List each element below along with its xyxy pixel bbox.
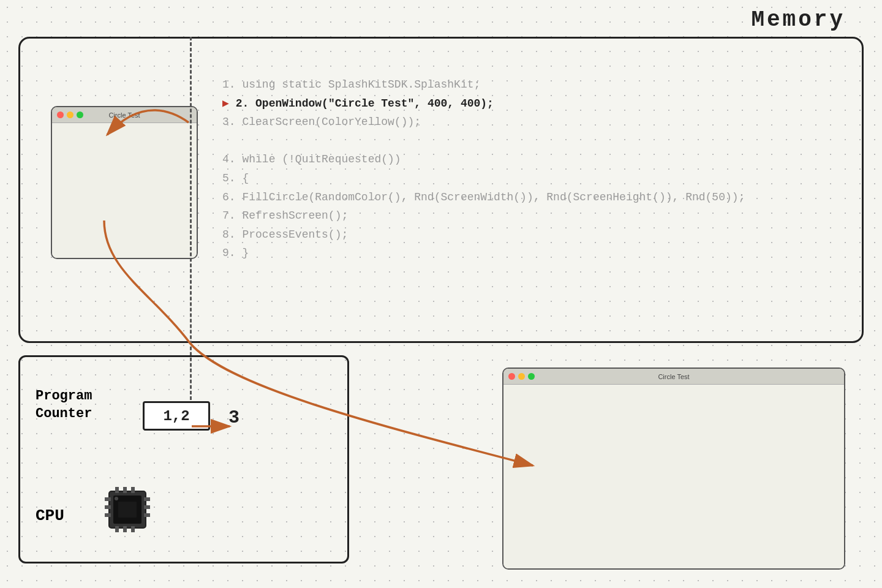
mac-minimize-btn-bottom[interactable] [518, 373, 525, 380]
counter-value: 1,2 [163, 408, 189, 424]
svg-rect-11 [144, 497, 150, 501]
code-line-blank [222, 132, 831, 151]
code-line-9: 9. } [222, 244, 831, 263]
cpu-chip-icon [100, 482, 155, 537]
code-area: 1. using static SplashKitSDK.SplashKit; … [222, 75, 831, 263]
line-num-3: 3. [222, 116, 236, 128]
code-line-7: 7. RefreshScreen(); [222, 206, 831, 225]
cpu-box: ProgramCounter 1,2 3 CPU [18, 355, 349, 564]
program-counter-label: ProgramCounter [36, 388, 92, 423]
line-text-3: ClearScreen(ColorYellow()); [242, 116, 421, 128]
cpu-label: CPU [36, 507, 64, 525]
svg-rect-4 [131, 487, 135, 493]
mac-titlebar-bottom: Circle Test [503, 369, 844, 385]
code-line-2: ▶ 2. OpenWindow("Circle Test", 400, 400)… [222, 94, 831, 113]
code-line-8: 8. ProcessEvents(); [222, 225, 831, 244]
memory-title: Memory [751, 7, 845, 32]
svg-rect-3 [123, 487, 127, 493]
line-text-6: FillCircle(RandomColor(), Rnd(ScreenWidt… [242, 191, 745, 203]
line-num-2: 2. [236, 97, 249, 110]
code-line-3: 3. ClearScreen(ColorYellow()); [222, 113, 831, 132]
mac-titlebar-top: Circle Test [52, 107, 197, 123]
line-text-8: ProcessEvents(); [242, 228, 348, 241]
svg-rect-15 [118, 502, 137, 518]
code-panel: Circle Test 1. using static SplashKitSDK… [18, 37, 864, 343]
counter-box: 1,2 [143, 401, 210, 431]
line-num-1: 1. [222, 78, 236, 91]
mac-maximize-btn[interactable] [77, 111, 83, 118]
code-line-4: 4. while (!QuitRequested()) [222, 150, 831, 169]
svg-rect-8 [105, 497, 111, 501]
line-text-1: using static SplashKitSDK.SplashKit; [242, 78, 480, 91]
line-text-2: OpenWindow("Circle Test", 400, 400); [255, 97, 494, 110]
counter-next: 3 [228, 407, 239, 428]
svg-point-14 [115, 497, 118, 500]
line-num-9: 9. [222, 247, 236, 259]
line-num-8: 8. [222, 228, 236, 241]
svg-rect-7 [131, 526, 135, 532]
line-text-4: while (!QuitRequested()) [242, 153, 401, 165]
mac-close-btn[interactable] [57, 111, 64, 118]
mac-window-body-top [52, 123, 197, 258]
code-line-6: 6. FillCircle(RandomColor(), Rnd(ScreenW… [222, 188, 831, 207]
mac-window-title-bottom: Circle Test [658, 373, 689, 380]
svg-rect-10 [105, 513, 111, 517]
line-num-6: 6. [222, 191, 236, 203]
line-text-7: RefreshScreen(); [242, 209, 348, 222]
mac-minimize-btn[interactable] [67, 111, 74, 118]
svg-rect-5 [115, 526, 119, 532]
line-num-5: 5. [222, 172, 236, 184]
mac-window-title-top: Circle Test [108, 111, 140, 119]
code-line-5: 5. { [222, 169, 831, 188]
svg-rect-6 [123, 526, 127, 532]
mac-maximize-btn-bottom[interactable] [528, 373, 535, 380]
mac-close-btn-bottom[interactable] [508, 373, 515, 380]
mac-window-body-bottom [503, 385, 844, 568]
svg-rect-9 [105, 505, 111, 509]
line-num-4: 4. [222, 153, 236, 165]
mac-window-bottom: Circle Test [502, 368, 845, 570]
svg-rect-13 [144, 513, 150, 517]
mac-window-top: Circle Test [51, 106, 198, 259]
svg-rect-12 [144, 505, 150, 509]
code-line-1: 1. using static SplashKitSDK.SplashKit; [222, 75, 831, 94]
arrow-prefix: ▶ [222, 97, 236, 110]
line-num-7: 7. [222, 209, 236, 222]
line-text-9: } [242, 247, 249, 259]
svg-rect-2 [115, 487, 119, 493]
line-text-5: { [242, 172, 249, 184]
